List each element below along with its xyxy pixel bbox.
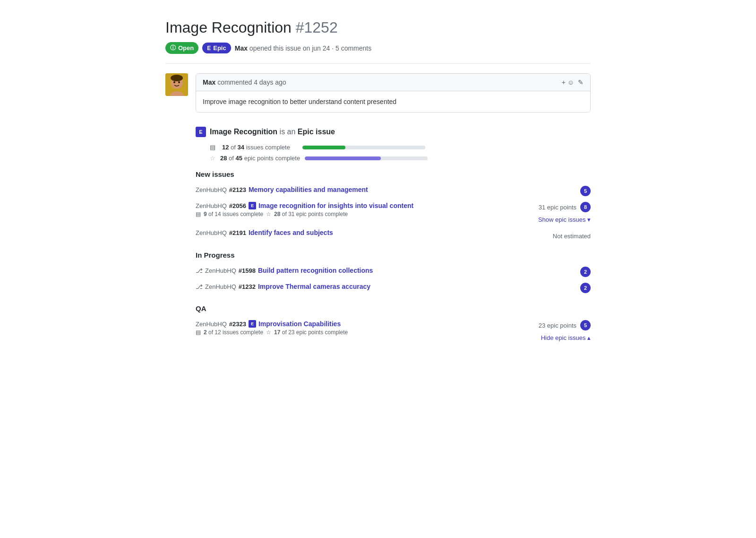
section-header-0: New issues [196, 170, 591, 178]
issue-title-link[interactable]: Memory capabilities and management [249, 186, 368, 193]
issue-number: #2056 [229, 202, 246, 209]
comment-body: Improve image recognition to better unde… [196, 91, 590, 112]
issues-progress-track [302, 146, 425, 149]
issue-number: #2123 [229, 186, 246, 193]
section-header-2: QA [196, 304, 591, 312]
issue-org: ZenHubHQ [205, 267, 236, 274]
pr-icon: ⎇ [196, 283, 203, 290]
issue-row-main: ZenHubHQ#2323EImprovisation Capabilities [196, 320, 348, 328]
epic-badge: E Epic [202, 43, 231, 53]
issue-row: ⎇ZenHubHQ#1598Build pattern recognition … [196, 264, 591, 280]
show-epic-issues-link[interactable]: Hide epic issues ▴ [541, 334, 591, 341]
section-header-1: In Progress [196, 251, 591, 259]
svg-point-5 [178, 81, 180, 83]
issue-row-left: ZenHubHQ#2123Memory capabilities and man… [196, 186, 368, 193]
issue-row-main: ZenHubHQ#2191Identify faces and subjects [196, 229, 333, 236]
epic-e-badge: E [196, 127, 206, 137]
epic-panel: E Image Recognition is an Epic issue ▤ 1… [196, 127, 591, 344]
issue-row-right: 23 epic points5Hide epic issues ▴ [539, 320, 591, 341]
issues-progress-row: ▤ 12 of 34 issues complete [210, 144, 591, 151]
sub-issues-complete: 9 of 14 issues complete [204, 211, 263, 217]
issue-row-left: ⎇ZenHubHQ#1232Improve Thermal cameras ac… [196, 283, 370, 290]
badges-row: ⓘ Open E Epic Max opened this issue on j… [165, 42, 591, 54]
plus-emoji-button[interactable]: + ☺ [562, 78, 574, 86]
points-progress-row: ☆ 28 of 45 epic points complete [210, 155, 591, 162]
issue-row-top-right: 5 [580, 186, 591, 196]
issue-row-left: ZenHubHQ#2056EImage recognition for insi… [196, 202, 413, 217]
issue-row-right: Not estimated [553, 229, 591, 240]
open-badge: ⓘ Open [165, 42, 198, 54]
open-label: Open [178, 44, 194, 52]
issue-org: ZenHubHQ [196, 186, 227, 193]
points-total: 45 [236, 155, 242, 162]
meta-author: Max [235, 44, 248, 52]
issue-row-main: ZenHubHQ#2056EImage recognition for insi… [196, 202, 413, 209]
meta-action: opened this issue on [249, 44, 310, 52]
sub-star-icon: ☆ [266, 329, 271, 336]
comment-box: Max commented 4 days ago + ☺ ✎ Improve i… [196, 73, 591, 113]
issue-row: ⎇ZenHubHQ#1232Improve Thermal cameras ac… [196, 280, 591, 296]
epic-suffix-text: is an [280, 128, 296, 136]
epic-panel-header: E Image Recognition is an Epic issue [196, 127, 591, 137]
avatar [165, 73, 188, 96]
points-progress-track [305, 156, 428, 160]
svg-point-2 [171, 75, 183, 81]
open-icon: ⓘ [170, 44, 176, 52]
not-estimated-label: Not estimated [553, 233, 591, 240]
issue-title-link[interactable]: Build pattern recognition collections [258, 267, 373, 274]
issue-row-right: 31 epic points8Show epic issues ▾ [538, 202, 591, 223]
comment-actions: + ☺ ✎ [562, 78, 584, 86]
issue-row-main: ⎇ZenHubHQ#1232Improve Thermal cameras ac… [196, 283, 370, 290]
count-badge: 5 [580, 320, 591, 330]
comment-author-name: Max [203, 78, 215, 86]
meta-comments: 5 comments [335, 44, 371, 52]
issue-sub-info: ▤ 9 of 14 issues complete ☆ 28 of 31 epi… [196, 211, 413, 217]
edit-button[interactable]: ✎ [578, 78, 584, 86]
issues-progress-text: 12 of 34 issues complete [222, 144, 298, 151]
issues-total: 34 [238, 144, 244, 151]
count-badge: 8 [580, 202, 591, 212]
issue-row-main: ⎇ZenHubHQ#1598Build pattern recognition … [196, 267, 373, 274]
issues-label: issues complete [246, 144, 290, 151]
epic-suffix-bold: Epic issue [298, 128, 335, 136]
issue-org: ZenHubHQ [196, 321, 227, 328]
comment-header: Max commented 4 days ago + ☺ ✎ [196, 74, 590, 91]
points-progress-fill [305, 156, 381, 160]
issue-row-right: 2 [580, 283, 591, 293]
issue-title-text: Image Recognition [165, 19, 292, 36]
issue-row-main: ZenHubHQ#2123Memory capabilities and man… [196, 186, 368, 193]
sub-issues-icon: ▤ [196, 211, 201, 217]
issues-progress-fill [302, 146, 345, 149]
points-complete: 28 [220, 155, 227, 162]
epic-points-label: 31 epic points [539, 204, 576, 211]
issue-title-link[interactable]: Improvisation Capabilities [258, 320, 341, 328]
epic-name: Image Recognition [210, 128, 277, 136]
issue-number: #1252 [296, 19, 338, 36]
small-epic-badge: E [249, 320, 256, 328]
sections-container: New issuesZenHubHQ#2123Memory capabiliti… [196, 170, 591, 344]
issue-org: ZenHubHQ [205, 283, 236, 290]
issue-row: ZenHubHQ#2323EImprovisation Capabilities… [196, 317, 591, 344]
issue-title-link[interactable]: Identify faces and subjects [249, 229, 333, 236]
issue-row-left: ZenHubHQ#2323EImprovisation Capabilities… [196, 320, 348, 336]
issue-row-left: ZenHubHQ#2191Identify faces and subjects [196, 229, 333, 236]
avatar-image [165, 73, 188, 96]
issue-number: #1598 [239, 267, 256, 274]
count-badge: 2 [580, 267, 591, 277]
issue-row-top-right: 31 epic points8 [539, 202, 591, 212]
show-epic-issues-link[interactable]: Show epic issues ▾ [538, 216, 591, 223]
sub-points-complete: 17 of 23 epic points complete [274, 329, 348, 336]
epic-title: Image Recognition is an Epic issue [210, 128, 335, 136]
issue-title-link[interactable]: Improve Thermal cameras accuracy [258, 283, 370, 290]
issues-complete: 12 [222, 144, 229, 151]
issue-title-link[interactable]: Image recognition for insights into visu… [258, 202, 413, 209]
epic-points-label: 23 epic points [539, 322, 576, 329]
comment-timestamp: commented 4 days ago [217, 78, 286, 86]
issue-title: Image Recognition #1252 [165, 19, 591, 36]
issue-row-top-right: 2 [580, 267, 591, 277]
issue-row-top-right: 23 epic points5 [539, 320, 591, 330]
epic-icon: E [207, 45, 211, 52]
count-badge: 2 [580, 283, 591, 293]
points-label: epic points complete [244, 155, 301, 162]
issue-number: #1232 [239, 283, 256, 290]
